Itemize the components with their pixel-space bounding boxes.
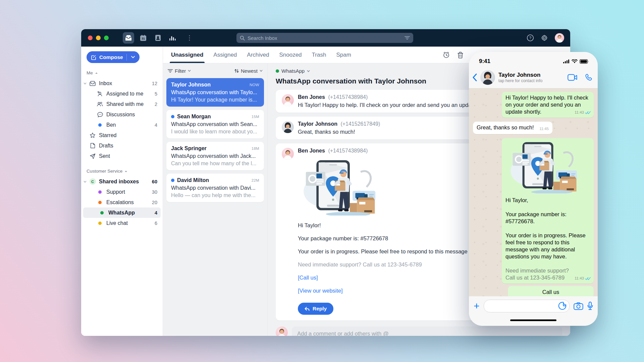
- sidebar-section-customer-service[interactable]: Customer Service: [87, 169, 163, 174]
- call-us-quick-reply-button[interactable]: Call us: [508, 286, 594, 296]
- tab-trash[interactable]: Trash: [312, 47, 326, 63]
- delivery-illustration: [505, 140, 590, 193]
- more-options-icon[interactable]: ⋮: [184, 32, 195, 44]
- sidebar-item-live-chat[interactable]: Live chat 6: [81, 218, 163, 228]
- sort-button[interactable]: Newest: [234, 68, 263, 74]
- avatar: [282, 121, 294, 133]
- sticker-icon[interactable]: [558, 302, 567, 310]
- ben-tag-dot: [96, 123, 104, 127]
- livechat-dot: [96, 222, 104, 225]
- video-call-icon[interactable]: [568, 74, 578, 81]
- people-icon: [96, 102, 104, 107]
- read-receipt-icon: [585, 277, 591, 280]
- whatsapp-channel-dot: [276, 69, 279, 73]
- phone-input-bar: +: [469, 296, 598, 314]
- tab-snoozed[interactable]: Snoozed: [279, 47, 302, 63]
- conversation-item[interactable]: Jack Springer 18M WhatsApp conversation …: [166, 142, 264, 170]
- analytics-icon[interactable]: [167, 32, 178, 44]
- sidebar-item-sent[interactable]: Sent: [81, 151, 163, 161]
- search-input[interactable]: Search Inbox: [236, 33, 413, 43]
- attach-plus-icon[interactable]: +: [474, 302, 480, 310]
- read-receipt-icon: [585, 111, 591, 114]
- traffic-lights: [88, 36, 109, 40]
- support-dot: [96, 190, 104, 194]
- home-indicator[interactable]: [510, 319, 556, 321]
- back-chevron-icon[interactable]: [472, 73, 477, 81]
- toolbar-right: ?: [527, 29, 564, 47]
- chevron-down-icon[interactable]: [81, 181, 89, 183]
- phone-status-bar: 9:41: [469, 52, 598, 69]
- collapse-up-icon: [95, 72, 98, 74]
- comment-input[interactable]: Add a comment or add others with @: [292, 326, 562, 336]
- avatar: [282, 148, 294, 160]
- contacts-icon[interactable]: [152, 32, 164, 44]
- contact-info[interactable]: Taylor Johnson tap here for contact info: [498, 72, 542, 83]
- chevron-down-icon: [260, 70, 263, 72]
- chevron-down-icon[interactable]: [81, 82, 89, 84]
- sidebar-item-support[interactable]: Support 30: [81, 187, 163, 197]
- sidebar-item-discussions[interactable]: Discussions: [81, 109, 163, 120]
- search-filter-icon[interactable]: [405, 36, 410, 40]
- search-placeholder: Search Inbox: [248, 35, 402, 41]
- tab-unassigned[interactable]: Unassigned: [171, 47, 203, 63]
- sidebar-item-shared-with-me[interactable]: Shared with me 2: [81, 99, 163, 109]
- delivery-illustration: [298, 159, 382, 216]
- sidebar-item-shared-inboxes[interactable]: C Shared inboxes 60: [81, 176, 163, 187]
- reply-button[interactable]: Reply: [298, 303, 333, 315]
- inbox-icon: [89, 81, 97, 86]
- iphone-mockup: 9:41 Taylor Johnson tap here for contact…: [469, 52, 598, 326]
- avatar: [282, 94, 294, 106]
- window-toolbar: 31 ⋮ Search Inbox: [81, 29, 570, 47]
- chevron-down-icon: [188, 70, 191, 72]
- inbox-count: 12: [152, 81, 157, 86]
- compose-button[interactable]: Compose: [87, 51, 140, 63]
- home-indicator-area: [469, 314, 598, 326]
- inbox-nav-icon[interactable]: [123, 32, 134, 44]
- sidebar-item-drafts[interactable]: Drafts: [81, 140, 163, 151]
- phone-chat-area: Hi Taylor! Happy to help. I'll check on …: [469, 88, 598, 296]
- camera-icon[interactable]: [574, 302, 583, 310]
- settings-gear-icon[interactable]: [541, 34, 548, 42]
- compose-dropdown-button[interactable]: [127, 51, 140, 63]
- calendar-icon[interactable]: 31: [138, 32, 149, 44]
- filter-icon: [168, 69, 173, 73]
- contact-avatar[interactable]: [480, 70, 495, 85]
- whatsapp-dot: [98, 211, 106, 215]
- sidebar: Compose Me Inbox 12: [81, 47, 163, 336]
- outgoing-bubble-with-image: Hi Taylor, Your package number is: #5772…: [502, 138, 594, 284]
- minimize-window-button[interactable]: [96, 36, 101, 40]
- voice-call-icon[interactable]: [585, 74, 592, 81]
- toolbar-nav-icons: 31 ⋮: [123, 32, 195, 44]
- sidebar-item-inbox[interactable]: Inbox 12: [81, 78, 163, 88]
- sidebar-section-me[interactable]: Me: [87, 70, 163, 75]
- trash-icon[interactable]: [457, 51, 464, 58]
- incoming-bubble: Great, thanks so much! 11:45: [473, 122, 552, 134]
- conversation-item[interactable]: Taylor Johnson NOW WhatsApp conversation…: [166, 78, 264, 107]
- sidebar-item-assigned-to-me[interactable]: Assigned to me 5: [81, 88, 163, 99]
- filter-button[interactable]: Filter: [168, 68, 191, 74]
- compose-pencil-icon: [91, 55, 97, 60]
- zoom-window-button[interactable]: [104, 36, 109, 40]
- svg-text:?: ?: [529, 36, 531, 40]
- tab-spam[interactable]: Spam: [336, 47, 351, 63]
- message-input[interactable]: [484, 300, 570, 312]
- help-icon[interactable]: ?: [527, 34, 534, 42]
- microphone-icon[interactable]: [587, 302, 593, 310]
- close-window-button[interactable]: [88, 36, 93, 40]
- conversation-list: Filter Newest Taylor Johnson: [163, 63, 268, 336]
- avatar: [276, 326, 288, 336]
- sidebar-item-whatsapp[interactable]: WhatsApp 4: [83, 207, 161, 218]
- tab-assigned[interactable]: Assigned: [213, 47, 237, 63]
- snooze-clock-icon[interactable]: [443, 51, 450, 58]
- sort-arrows-icon: [234, 69, 239, 73]
- user-avatar[interactable]: [555, 33, 564, 43]
- sidebar-item-escalations[interactable]: Escalations 20: [81, 197, 163, 207]
- sidebar-item-starred[interactable]: Starred: [81, 130, 163, 140]
- conversation-item[interactable]: David Milton 22M WhatsApp conversation w…: [166, 174, 264, 202]
- cellular-signal-icon: [563, 59, 570, 63]
- star-icon: [89, 132, 97, 138]
- search-icon: [240, 36, 245, 41]
- sidebar-item-ben[interactable]: Ben 4: [81, 120, 163, 130]
- conversation-item[interactable]: Sean Morgan 15M WhatsApp conversation wi…: [166, 110, 264, 138]
- tab-archived[interactable]: Archived: [247, 47, 269, 63]
